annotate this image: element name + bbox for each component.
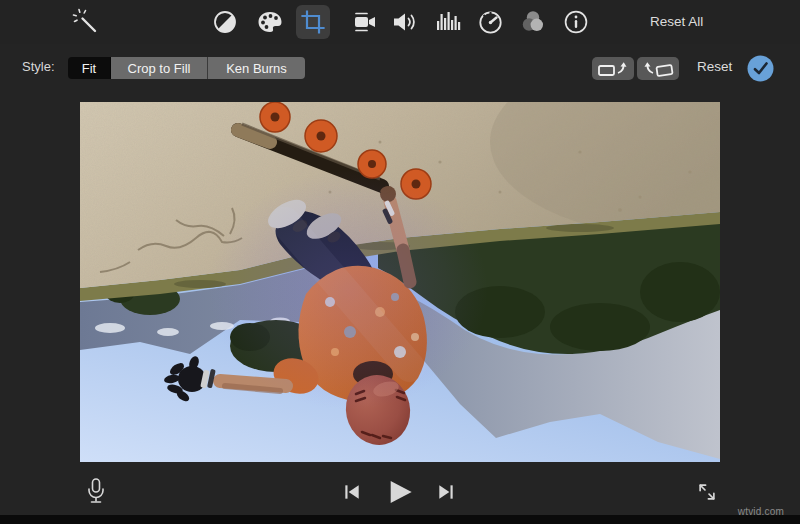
fullscreen-button[interactable] [694,479,720,505]
magic-wand-icon [71,7,101,37]
style-segmented-control: Fit Crop to Fill Ken Burns [68,57,305,79]
reset-crop-label[interactable]: Reset [697,44,732,90]
play-icon [386,478,414,506]
rotate-counterclockwise-button[interactable] [592,57,634,80]
microphone-icon [85,477,107,505]
apply-check-badge[interactable] [747,55,774,82]
playback-bar: wtvid.com [0,462,800,515]
video-frame-skateboarder-upside-down [80,102,720,462]
speaker-icon [390,9,418,35]
rotate-clockwise-button[interactable] [637,57,679,80]
style-option-fit[interactable]: Fit [68,57,111,79]
checkmark-icon [747,55,774,82]
next-frame-icon [436,482,456,502]
previous-frame-button[interactable] [340,480,364,504]
palette-icon [256,9,284,35]
color-correction-button[interactable] [253,5,287,39]
window-bottom-edge [0,515,800,524]
style-label: Style: [22,44,55,90]
voiceover-button[interactable] [82,476,110,506]
rotate-ccw-icon [596,60,630,77]
video-camera-icon [351,8,379,36]
color-balance-button[interactable] [208,5,242,39]
next-frame-button[interactable] [434,480,458,504]
reset-all-button[interactable]: Reset All [650,0,703,44]
equalizer-bars-icon [435,9,461,35]
style-option-crop-to-fill[interactable]: Crop to Fill [111,57,208,79]
fullscreen-arrows-icon [696,481,718,503]
overlapping-circles-icon [519,8,547,36]
crop-style-bar: Style: Fit Crop to Fill Ken Burns Reset [0,44,800,90]
speedometer-icon [477,9,504,36]
previous-frame-icon [342,482,362,502]
rotate-cw-icon [641,60,675,77]
video-preview[interactable] [80,102,720,462]
crop-icon [300,9,326,35]
stabilization-button[interactable] [348,5,382,39]
play-button[interactable] [384,476,416,508]
info-button[interactable] [559,5,593,39]
speed-button[interactable] [473,5,507,39]
enhance-button[interactable] [69,5,103,39]
color-filters-button[interactable] [516,5,550,39]
color-balance-icon [212,9,238,35]
adjust-toolbar: Reset All [0,0,800,44]
volume-button[interactable] [387,5,421,39]
style-option-ken-burns[interactable]: Ken Burns [208,57,305,79]
crop-button[interactable] [296,5,330,39]
noise-reduction-button[interactable] [431,5,465,39]
info-icon [562,8,590,36]
imovie-adjust-window: Reset All Style: Fit Crop to Fill Ken Bu… [0,0,800,524]
